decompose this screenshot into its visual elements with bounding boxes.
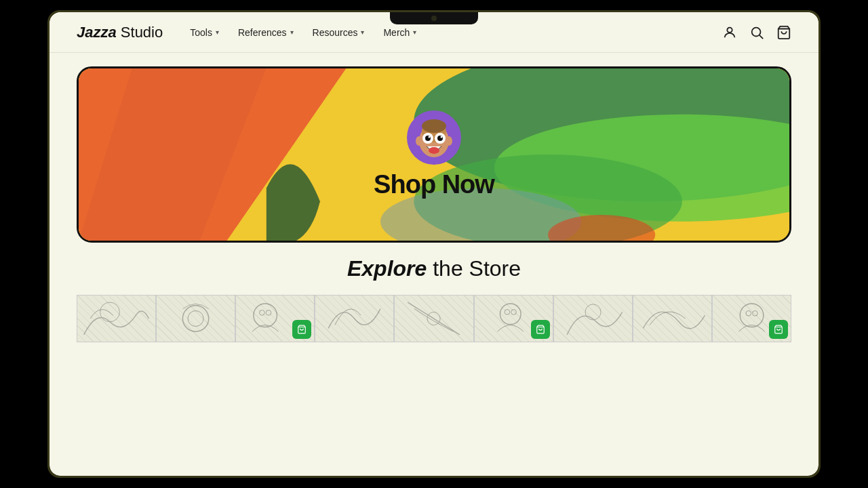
svg-point-36	[585, 304, 601, 320]
nav-tools-chevron: ▾	[216, 28, 219, 36]
svg-line-2	[760, 35, 763, 39]
svg-point-15	[422, 119, 446, 133]
banner-content: Shop Now	[79, 68, 789, 241]
nav-merch-label: Merch	[383, 27, 410, 38]
search-icon[interactable]	[749, 25, 764, 40]
cart-icon[interactable]	[776, 25, 791, 40]
nav-merch[interactable]: Merch ▾	[383, 27, 416, 38]
svg-line-31	[408, 302, 460, 335]
explore-normal-text: the Store	[427, 256, 521, 281]
product-item[interactable]	[553, 295, 633, 342]
explore-heading: Explore the Store	[347, 256, 521, 281]
explore-section: Explore the Store	[77, 256, 791, 281]
svg-point-27	[188, 310, 203, 326]
svg-point-29	[260, 310, 265, 316]
svg-point-20	[429, 136, 431, 138]
explore-italic-text: Explore	[347, 256, 427, 281]
screen: Jazza Studio Tools ▾ References ▾ Resour…	[50, 12, 818, 476]
account-icon[interactable]	[722, 25, 737, 40]
svg-point-26	[182, 306, 208, 331]
laptop-camera	[431, 16, 437, 21]
banner-shop-now-label: Shop Now	[374, 170, 494, 199]
add-to-cart-button[interactable]	[769, 320, 788, 339]
svg-point-39	[752, 310, 757, 316]
svg-point-34	[505, 310, 510, 315]
nav-tools[interactable]: Tools ▾	[190, 27, 219, 38]
nav-references-label: References	[238, 27, 287, 38]
svg-point-28	[254, 304, 277, 327]
site-logo[interactable]: Jazza Studio	[77, 24, 163, 41]
svg-point-0	[727, 27, 732, 32]
svg-point-38	[746, 310, 751, 316]
main-content: Shop Now Explore the Store	[50, 53, 818, 476]
product-item[interactable]	[77, 295, 156, 342]
product-item[interactable]	[633, 295, 712, 342]
svg-point-25	[100, 302, 120, 322]
add-to-cart-button[interactable]	[531, 320, 550, 339]
svg-point-30	[266, 310, 271, 316]
product-item[interactable]	[235, 295, 315, 342]
product-item[interactable]	[474, 295, 553, 342]
svg-point-24	[446, 136, 452, 146]
nav-resources-chevron: ▾	[361, 28, 364, 36]
nav-resources[interactable]: Resources ▾	[313, 27, 365, 38]
svg-point-33	[500, 304, 521, 325]
nav-resources-label: Resources	[313, 27, 358, 38]
product-item[interactable]	[156, 295, 235, 342]
svg-point-21	[441, 136, 443, 138]
product-strip	[77, 295, 791, 342]
avatar	[407, 110, 461, 165]
product-item[interactable]	[394, 295, 473, 342]
shop-banner[interactable]: Shop Now	[77, 66, 791, 243]
product-item[interactable]	[315, 295, 394, 342]
product-item[interactable]	[712, 295, 791, 342]
logo-jazza: Jazza	[77, 24, 117, 41]
svg-point-23	[416, 136, 422, 146]
svg-point-35	[511, 310, 516, 315]
svg-point-22	[429, 147, 439, 154]
nav-merch-chevron: ▾	[413, 28, 416, 36]
svg-point-37	[740, 304, 764, 327]
laptop-notch	[390, 12, 478, 24]
nav-icons	[722, 25, 791, 40]
nav-references-chevron: ▾	[290, 28, 294, 36]
logo-studio: Studio	[121, 24, 163, 41]
nav-references[interactable]: References ▾	[238, 27, 294, 38]
nav-tools-label: Tools	[190, 27, 212, 38]
svg-point-1	[752, 27, 761, 36]
laptop-frame: Jazza Studio Tools ▾ References ▾ Resour…	[47, 10, 821, 478]
main-nav: Tools ▾ References ▾ Resources ▾ Merch ▾	[190, 27, 695, 38]
add-to-cart-button[interactable]	[292, 320, 311, 339]
